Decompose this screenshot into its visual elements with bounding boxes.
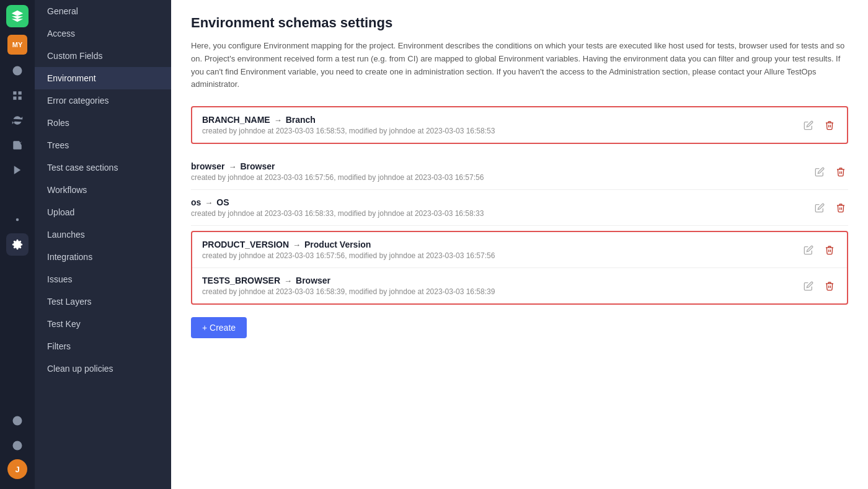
svg-point-11 <box>13 416 22 426</box>
svg-rect-2 <box>19 91 22 94</box>
sidebar-item-test-case-sections[interactable]: Test case sections <box>35 156 171 179</box>
nav-analytics-icon[interactable] <box>6 60 29 82</box>
create-button[interactable]: + Create <box>191 317 247 338</box>
sidebar-item-access[interactable]: Access <box>35 22 171 45</box>
env-info-os: os → OS created by johndoe at 2023-03-03… <box>191 197 812 218</box>
icon-bar: MY J <box>0 0 35 489</box>
edit-tests-browser-button[interactable] <box>801 279 816 294</box>
env-key-product-version: PRODUCT_VERSION → Product Version <box>202 240 801 249</box>
sidebar: General Access Custom Fields Environment… <box>35 0 171 489</box>
env-actions-os <box>812 200 848 215</box>
env-key-browser: browser → Browser <box>191 161 812 171</box>
sidebar-item-integrations[interactable]: Integrations <box>35 246 171 268</box>
env-value-os: OS <box>216 197 229 207</box>
env-value-branch-name: Branch <box>286 115 316 125</box>
svg-rect-4 <box>19 97 22 100</box>
nav-settings-icon[interactable] <box>6 233 29 256</box>
sidebar-item-clean-up-policies[interactable]: Clean up policies <box>35 357 171 380</box>
nav-sync-icon[interactable] <box>6 109 29 132</box>
sidebar-item-launches[interactable]: Launches <box>35 223 171 246</box>
env-actions-branch-name <box>801 118 837 133</box>
main-content: Environment schemas settings Here, you c… <box>171 0 868 489</box>
nav-chart-icon[interactable] <box>6 184 29 206</box>
env-meta-branch-name: created by johndoe at 2023-03-03 16:58:5… <box>202 127 801 135</box>
env-key-os: os → OS <box>191 197 812 207</box>
edit-os-button[interactable] <box>812 200 827 215</box>
env-row-product-version: PRODUCT_VERSION → Product Version create… <box>192 232 847 268</box>
help-icon[interactable] <box>6 434 29 457</box>
sidebar-item-filters[interactable]: Filters <box>35 335 171 357</box>
env-arrow-browser: → <box>228 162 236 171</box>
env-actions-browser <box>812 164 848 179</box>
sidebar-item-environment[interactable]: Environment <box>35 67 171 89</box>
env-key-tests-browser: TESTS_BROWSER → Browser <box>202 276 801 285</box>
sidebar-item-issues[interactable]: Issues <box>35 268 171 290</box>
env-row-tests-browser: TESTS_BROWSER → Browser created by johnd… <box>192 268 847 303</box>
env-value-browser: Browser <box>240 161 275 171</box>
nav-tasks-icon[interactable] <box>6 134 29 156</box>
env-info-product-version: PRODUCT_VERSION → Product Version create… <box>202 240 801 260</box>
delete-tests-browser-button[interactable] <box>822 279 837 294</box>
env-key-branch-name: BRANCH_NAME → Branch <box>202 115 801 125</box>
env-arrow-tests-browser: → <box>284 276 292 285</box>
env-arrow-branch-name: → <box>274 115 282 125</box>
edit-product-version-button[interactable] <box>801 243 816 258</box>
edit-browser-button[interactable] <box>812 164 827 179</box>
env-row-browser: browser → Browser created by johndoe at … <box>191 154 848 190</box>
user-avatar[interactable]: J <box>7 459 27 479</box>
app-logo <box>6 5 29 27</box>
delete-product-version-button[interactable] <box>822 243 837 258</box>
svg-marker-5 <box>14 166 21 174</box>
env-actions-product-version <box>801 243 837 258</box>
env-info-browser: browser → Browser created by johndoe at … <box>191 161 812 182</box>
edit-branch-name-button[interactable] <box>801 118 816 133</box>
svg-rect-1 <box>13 91 16 94</box>
env-row-branch-name: BRANCH_NAME → Branch created by johndoe … <box>192 107 847 143</box>
sidebar-item-custom-fields[interactable]: Custom Fields <box>35 45 171 67</box>
sidebar-item-general[interactable]: General <box>35 0 171 22</box>
env-meta-browser: created by johndoe at 2023-03-03 16:57:5… <box>191 173 812 182</box>
env-meta-os: created by johndoe at 2023-03-03 16:58:3… <box>191 209 812 218</box>
env-group-top: BRANCH_NAME → Branch created by johndoe … <box>191 106 848 144</box>
sidebar-item-workflows[interactable]: Workflows <box>35 179 171 201</box>
env-info-tests-browser: TESTS_BROWSER → Browser created by johnd… <box>202 276 801 296</box>
sidebar-item-error-categories[interactable]: Error categories <box>35 89 171 112</box>
svg-rect-3 <box>13 97 16 100</box>
env-group-bottom: PRODUCT_VERSION → Product Version create… <box>191 231 848 305</box>
create-button-wrapper: + Create <box>191 317 848 338</box>
nav-dashboard-icon[interactable] <box>6 84 29 107</box>
sidebar-item-roles[interactable]: Roles <box>35 112 171 134</box>
env-value-product-version: Product Version <box>304 240 371 249</box>
delete-branch-name-button[interactable] <box>822 118 837 133</box>
page-description: Here, you configure Environment mapping … <box>191 40 848 91</box>
env-row-os: os → OS created by johndoe at 2023-03-03… <box>191 190 848 226</box>
nav-launches-icon[interactable] <box>6 159 29 181</box>
sidebar-item-test-key[interactable]: Test Key <box>35 313 171 335</box>
delete-browser-button[interactable] <box>833 164 848 179</box>
env-meta-tests-browser: created by johndoe at 2023-03-03 16:58:3… <box>202 287 801 296</box>
delete-os-button[interactable] <box>833 200 848 215</box>
env-arrow-os: → <box>205 198 213 207</box>
svg-point-9 <box>16 218 19 222</box>
my-projects-avatar[interactable]: MY <box>7 35 27 55</box>
env-meta-product-version: created by johndoe at 2023-03-03 16:57:5… <box>202 251 801 260</box>
env-arrow-product-version: → <box>293 240 301 249</box>
env-value-tests-browser: Browser <box>296 276 330 285</box>
env-actions-tests-browser <box>801 279 837 294</box>
page-title: Environment schemas settings <box>191 15 848 31</box>
svg-point-0 <box>13 66 22 76</box>
sidebar-item-trees[interactable]: Trees <box>35 134 171 156</box>
nav-integrations-icon[interactable] <box>6 209 29 231</box>
sidebar-item-upload[interactable]: Upload <box>35 201 171 223</box>
sidebar-item-test-layers[interactable]: Test Layers <box>35 290 171 313</box>
add-project-icon[interactable] <box>6 410 29 432</box>
env-info-branch-name: BRANCH_NAME → Branch created by johndoe … <box>202 115 801 135</box>
